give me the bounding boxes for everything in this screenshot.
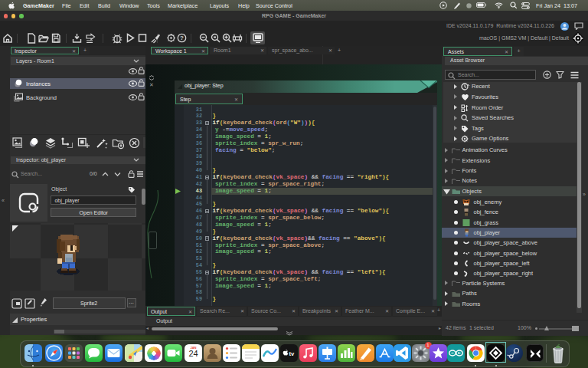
svg-text:tv: tv: [289, 350, 295, 357]
svg-text:?: ?: [180, 34, 184, 41]
